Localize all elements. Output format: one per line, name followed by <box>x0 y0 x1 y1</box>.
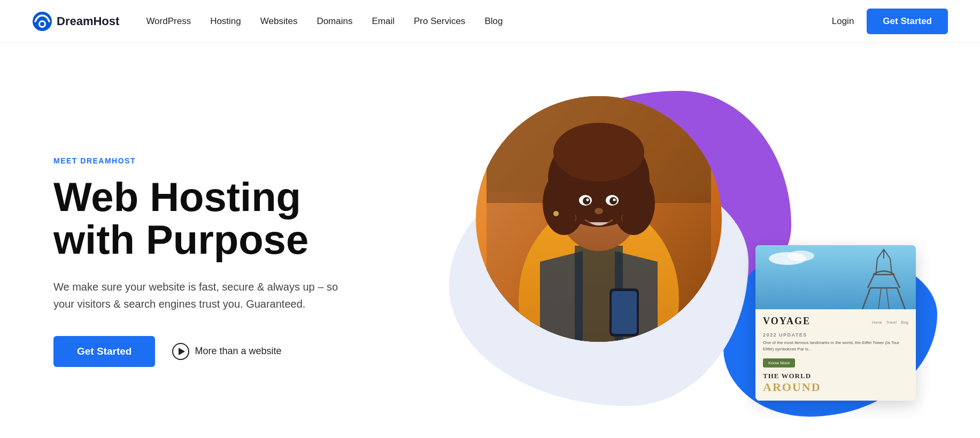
nav-blog[interactable]: Blog <box>484 16 503 26</box>
login-link[interactable]: Login <box>832 16 854 27</box>
nav-email[interactable]: Email <box>372 16 395 26</box>
logo-text: DreamHost <box>57 14 119 28</box>
svg-point-18 <box>583 197 590 205</box>
card-hero-svg <box>755 245 916 309</box>
svg-point-22 <box>595 208 603 214</box>
website-card: VOYAGE Home Travel Blog 2022 UPDATES One… <box>755 245 916 401</box>
svg-point-28 <box>788 251 814 261</box>
svg-point-13 <box>543 171 585 235</box>
logo-link[interactable]: DreamHost <box>32 11 119 32</box>
card-body: VOYAGE Home Travel Blog 2022 UPDATES One… <box>755 309 916 401</box>
nav-websites[interactable]: Websites <box>260 16 298 26</box>
navbar: DreamHost WordPress Hosting Websites Dom… <box>0 0 980 43</box>
card-know-more-button[interactable]: Know More <box>763 358 795 367</box>
hero-eyebrow: MEET DREAMHOST <box>53 157 417 165</box>
hero-get-started-button[interactable]: Get Started <box>53 336 155 367</box>
card-big-text: THE WORLD <box>763 372 908 380</box>
svg-point-19 <box>609 197 617 205</box>
hero-title-line1: Web Hosting <box>53 174 301 220</box>
card-nav-blog: Blog <box>901 320 908 324</box>
nav-hosting[interactable]: Hosting <box>210 16 241 26</box>
hero-visual: VOYAGE Home Travel Blog 2022 UPDATES One… <box>417 75 948 438</box>
woman-svg <box>487 96 711 342</box>
nav-pro-services[interactable]: Pro Services <box>414 16 465 26</box>
nav-domains[interactable]: Domains <box>317 16 352 26</box>
svg-point-2 <box>40 22 44 26</box>
card-update-label: 2022 UPDATES <box>763 332 908 338</box>
video-label: More than a website <box>195 346 281 357</box>
hero-content: MEET DREAMHOST Web Hosting with Purpose … <box>53 157 417 367</box>
card-nav-travel: Travel <box>886 320 897 324</box>
nav-right: Login Get Started <box>832 9 948 34</box>
nav-links: WordPress Hosting Websites Domains Email… <box>146 16 831 27</box>
card-header-image <box>755 245 916 309</box>
svg-point-15 <box>553 123 644 182</box>
hero-title: Web Hosting with Purpose <box>53 176 417 261</box>
video-link-button[interactable]: More than a website <box>172 343 281 360</box>
hero-actions: Get Started More than a website <box>53 336 417 367</box>
svg-point-20 <box>587 199 589 201</box>
hero-title-line2: with Purpose <box>53 217 308 262</box>
svg-point-25 <box>553 211 559 216</box>
hero-woman-image <box>476 96 722 342</box>
card-text: One of the most famous landmarks in the … <box>763 340 908 353</box>
dreamhost-logo-icon <box>32 11 52 32</box>
card-voyage-title: VOYAGE <box>763 316 811 327</box>
card-around-text: AROUND <box>763 380 908 394</box>
play-icon <box>172 343 189 360</box>
nav-wordpress[interactable]: WordPress <box>146 16 191 26</box>
nav-get-started-button[interactable]: Get Started <box>867 9 948 34</box>
svg-rect-24 <box>612 291 637 334</box>
svg-point-21 <box>613 199 616 201</box>
hero-subtitle: We make sure your website is fast, secur… <box>53 278 342 312</box>
hero-section: MEET DREAMHOST Web Hosting with Purpose … <box>0 43 980 438</box>
svg-point-14 <box>612 171 655 235</box>
play-triangle <box>179 348 185 355</box>
card-nav-home: Home <box>872 320 882 324</box>
